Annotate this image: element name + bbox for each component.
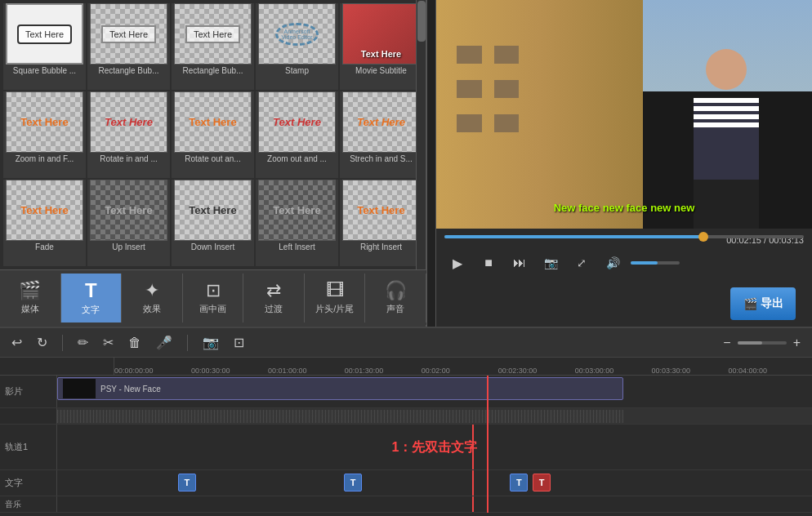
template-item-14[interactable]: Text Here Right Insert [340,180,422,266]
text-marker-4[interactable]: T [533,474,551,492]
template-label-4: Movie Subtitle [355,64,408,77]
audio-track-content[interactable] [57,496,812,512]
template-item-10[interactable]: Text Here Fade [3,180,86,266]
template-item-12[interactable]: Text Here Down Insert [172,180,254,266]
panel-divider [426,0,436,327]
scroll-thumb[interactable] [417,1,426,42]
instruction-text: 1：先双击文字 [392,438,478,456]
template-item-2[interactable]: Text Here Rectangle Bub... [172,3,254,90]
audio-icon: 🎧 [385,280,407,301]
template-grid[interactable]: Text Here Square Bubble ... Text Here Re… [0,0,426,269]
export-button[interactable]: 🎬 导出 [730,287,796,320]
toolbar-picture[interactable]: ⊡ 画中画 [183,274,244,322]
scroll-bar[interactable] [416,0,426,269]
timeline-toolbar: ↩ ↻ ✏ ✂ 🗑 🎤 📷 ⊡ − + [0,328,812,358]
subtitle-bar: New face new face new new [436,202,812,214]
step-forward-button[interactable]: ⏭ [506,250,533,276]
text-icon: T [85,279,97,302]
template-item-4[interactable]: Text Here Movie Subtitle [340,3,422,90]
delete-button[interactable]: 🗑 [125,334,145,352]
audio-track-row: 音乐 [0,496,812,513]
progress-fill [444,235,703,238]
template-label-3: Stamp [284,64,310,77]
ruler-mark-8: 00:04:00:00 [729,367,768,375]
template-item-5[interactable]: Text Here Zoom in and F... [3,91,86,178]
template-item-8[interactable]: Text Here Zoom out and ... [256,91,338,178]
volume-fill [631,261,658,265]
transition-icon: ⇄ [266,280,281,301]
stop-button[interactable]: ■ [475,250,502,276]
toolbar-transition[interactable]: ⇄ 过渡 [243,274,305,322]
film-track-row: 影片 PSY - New Face [0,376,812,408]
toolbar-text-label: 文字 [82,304,100,316]
more-button[interactable]: ⊡ [230,333,248,352]
text-marker-3[interactable]: T [510,474,528,492]
snapshot-button[interactable]: 📷 [538,250,564,276]
ruler-marks: 00:00:00:00 00:00:30:00 00:01:00:00 00:0… [114,357,812,375]
mic-button[interactable]: 🎤 [153,333,176,352]
text-marker-1[interactable]: T [178,474,196,492]
toolbar-transition-label: 过渡 [265,303,283,315]
template-item-6[interactable]: Text Here Rotate in and ... [87,91,170,178]
playhead-track1 [472,425,474,469]
zoom-in-button[interactable]: + [790,334,804,352]
zoom-track[interactable] [738,341,787,345]
progress-bar[interactable] [444,235,804,238]
audio-waveform-label [0,408,57,424]
template-item-1[interactable]: Text Here Rectangle Bub... [87,3,170,90]
film-clip[interactable]: PSY - New Face [57,377,623,400]
template-label-6: Rotate in and ... [99,153,158,165]
toolbar-picture-label: 画中画 [199,303,226,315]
volume-track[interactable] [631,261,680,265]
toolbar-text[interactable]: T 文字 [61,274,123,322]
fullscreen-button[interactable]: ⤢ [569,250,595,276]
film-track-content[interactable]: PSY - New Face [57,376,812,407]
video-preview: New face new face new new [436,0,812,229]
template-label-9: Strech in and S... [349,153,413,165]
export-icon: 🎬 [743,297,757,310]
toolbar-headtail-label: 片头/片尾 [315,303,354,315]
ruler-mark-6: 00:03:00:00 [575,367,614,375]
audio-waveform-row [0,408,812,425]
tl-sep-1 [62,335,63,351]
screenshot-button[interactable]: 📷 [199,333,222,352]
template-label-1: Rectangle Bub... [98,64,160,77]
timeline-body: 影片 PSY - New Face 轨道1 1：先双击文字 [0,376,812,513]
tl-sep-2 [187,335,188,351]
volume-button[interactable]: 🔊 [600,250,626,276]
redo-button[interactable]: ↻ [33,333,51,352]
cut-button[interactable]: ✂ [100,333,117,352]
zoom-out-button[interactable]: − [720,334,734,352]
progress-thumb[interactable] [698,232,708,242]
toolbar-media[interactable]: 🎬 媒体 [0,274,61,322]
text-marker-2[interactable]: T [344,474,362,492]
template-label-0: Square Bubble ... [12,64,77,77]
template-item-3[interactable]: AnmersoftVideo Editor Stamp [256,3,338,90]
toolbar-audio[interactable]: 🎧 声音 [365,274,426,322]
headtail-icon: 🎞 [326,280,344,301]
text-track-label: 文字 [0,470,57,496]
export-label: 导出 [761,296,783,311]
template-label-13: Left Insert [278,241,315,253]
template-item-11[interactable]: Text Here Up Insert [87,180,170,266]
ruler-mark-3: 00:01:30:00 [345,367,384,375]
play-button[interactable]: ▶ [444,250,471,276]
edit-button[interactable]: ✏ [74,333,91,352]
ruler-mark-4: 00:02:00 [422,367,450,375]
ruler-mark-2: 00:01:00:00 [268,367,307,375]
undo-button[interactable]: ↩ [8,333,25,352]
playhead-audio-track [472,496,474,512]
text-track-content[interactable]: T T T T [57,470,812,496]
toolbar-headtail[interactable]: 🎞 片头/片尾 [305,274,366,322]
template-item-13[interactable]: Text Here Left Insert [256,180,338,266]
template-item-0[interactable]: Text Here Square Bubble ... [3,3,86,90]
template-item-9[interactable]: Text Here Strech in and S... [340,91,422,178]
template-label-10: Fade [34,241,55,253]
template-label-2: Rectangle Bub... [182,64,244,77]
playback-controls: 00:02:15 / 00:03:13 ▶ ■ ⏭ 📷 ⤢ 🔊 🎬 导出 [436,229,812,327]
toolbar-effects[interactable]: ✦ 效果 [122,274,183,322]
track1-content[interactable]: 1：先双击文字 [57,425,812,469]
toolbar-media-label: 媒体 [21,303,39,315]
person-body [694,98,759,180]
template-item-7[interactable]: Text Here Rotate out an... [172,91,254,178]
